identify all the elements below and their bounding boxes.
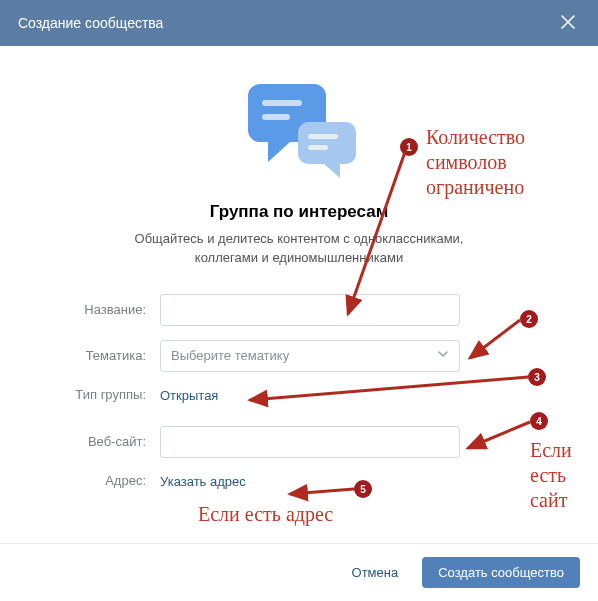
chat-bubbles-icon	[224, 70, 374, 194]
group-type-link[interactable]: Открытая	[160, 388, 218, 403]
label-name: Название:	[30, 302, 160, 317]
label-topic: Тематика:	[30, 348, 160, 363]
section-title: Группа по интересам	[30, 202, 568, 222]
cancel-button[interactable]: Отмена	[342, 557, 409, 588]
address-link[interactable]: Указать адрес	[160, 474, 246, 489]
row-address: Адрес: Указать адрес	[30, 472, 568, 490]
row-website: Веб-сайт:	[30, 426, 568, 458]
topic-select[interactable]: Выберите тематику	[160, 340, 460, 372]
modal-title: Создание сообщества	[18, 15, 163, 31]
modal-header: Создание сообщества	[0, 0, 598, 46]
svg-rect-3	[298, 122, 356, 164]
label-website: Веб-сайт:	[30, 434, 160, 449]
label-address: Адрес:	[30, 473, 160, 488]
row-topic: Тематика: Выберите тематику	[30, 340, 568, 372]
modal-body: Группа по интересам Общайтесь и делитесь…	[0, 46, 598, 543]
illustration	[30, 70, 568, 194]
section-description: Общайтесь и делитесь контентом с однокла…	[30, 230, 568, 268]
svg-rect-5	[308, 145, 328, 150]
row-name: Название:	[30, 294, 568, 326]
svg-rect-4	[308, 134, 338, 139]
svg-rect-1	[262, 100, 302, 106]
name-input[interactable]	[160, 294, 460, 326]
create-community-modal: Создание сообщества	[0, 0, 598, 601]
website-input[interactable]	[160, 426, 460, 458]
svg-rect-2	[262, 114, 290, 120]
close-button[interactable]	[556, 11, 580, 35]
modal-footer: Отмена Создать сообщество	[0, 543, 598, 601]
row-group-type: Тип группы: Открытая	[30, 386, 568, 404]
label-group-type: Тип группы:	[30, 387, 160, 402]
topic-placeholder: Выберите тематику	[171, 348, 289, 363]
create-community-button[interactable]: Создать сообщество	[422, 557, 580, 588]
chevron-down-icon	[437, 348, 449, 363]
close-icon	[561, 15, 575, 32]
